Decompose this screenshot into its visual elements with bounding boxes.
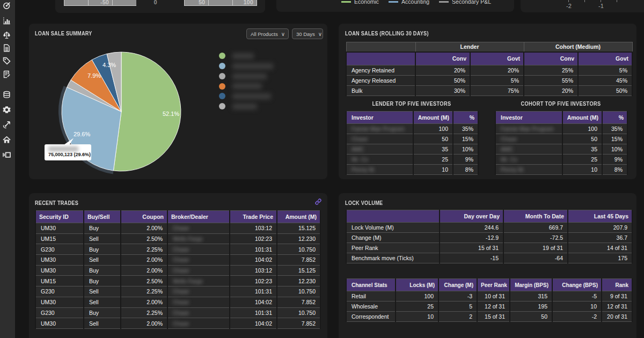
svg-text:4.3%: 4.3%: [103, 62, 116, 68]
svg-text:52.1%: 52.1%: [163, 111, 179, 117]
svg-text:7.9%: 7.9%: [87, 72, 101, 79]
svg-text:29.6%: 29.6%: [74, 131, 90, 137]
